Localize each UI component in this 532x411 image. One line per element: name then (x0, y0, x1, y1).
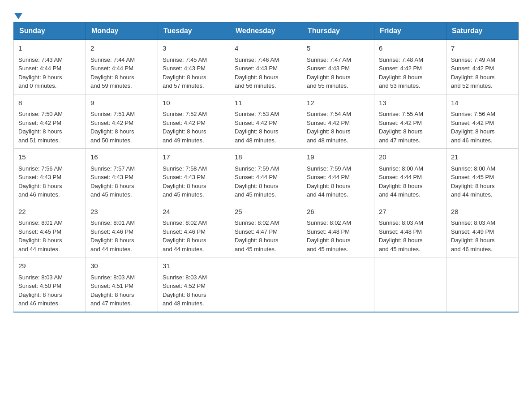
day-number: 17 (163, 152, 225, 163)
day-number: 20 (379, 152, 442, 163)
day-number: 8 (18, 98, 81, 108)
day-info: Sunrise: 8:03 AM Sunset: 4:52 PM Dayligh… (163, 273, 225, 308)
day-info: Sunrise: 8:03 AM Sunset: 4:50 PM Dayligh… (18, 273, 81, 308)
day-number: 1 (18, 43, 81, 54)
weekday-header-row: SundayMondayTuesdayWednesdayThursdayFrid… (14, 22, 519, 40)
day-cell: 25 Sunrise: 8:02 AM Sunset: 4:47 PM Dayl… (230, 203, 302, 257)
day-info: Sunrise: 7:59 AM Sunset: 4:44 PM Dayligh… (307, 164, 369, 199)
day-number: 22 (18, 207, 81, 217)
day-cell: 6 Sunrise: 7:48 AM Sunset: 4:42 PM Dayli… (374, 40, 446, 94)
day-cell: 5 Sunrise: 7:47 AM Sunset: 4:43 PM Dayli… (302, 40, 374, 94)
day-number: 21 (451, 152, 514, 163)
day-cell: 21 Sunrise: 8:00 AM Sunset: 4:45 PM Dayl… (446, 149, 519, 203)
day-cell: 10 Sunrise: 7:52 AM Sunset: 4:42 PM Dayl… (158, 94, 230, 149)
day-info: Sunrise: 7:56 AM Sunset: 4:42 PM Dayligh… (451, 110, 514, 145)
day-cell: 31 Sunrise: 8:03 AM Sunset: 4:52 PM Dayl… (158, 257, 230, 312)
day-number: 28 (451, 207, 514, 217)
day-cell: 8 Sunrise: 7:50 AM Sunset: 4:42 PM Dayli… (14, 94, 86, 149)
day-cell: 4 Sunrise: 7:46 AM Sunset: 4:43 PM Dayli… (230, 40, 302, 94)
weekday-header-saturday: Saturday (446, 22, 519, 40)
day-info: Sunrise: 7:55 AM Sunset: 4:42 PM Dayligh… (379, 110, 442, 145)
day-cell (302, 257, 374, 312)
day-cell: 29 Sunrise: 8:03 AM Sunset: 4:50 PM Dayl… (14, 257, 86, 312)
logo-arrow-icon (14, 13, 22, 19)
day-cell: 20 Sunrise: 8:00 AM Sunset: 4:44 PM Dayl… (374, 149, 446, 203)
day-info: Sunrise: 7:46 AM Sunset: 4:43 PM Dayligh… (235, 56, 297, 90)
day-number: 30 (90, 261, 153, 271)
day-cell: 28 Sunrise: 8:03 AM Sunset: 4:49 PM Dayl… (446, 203, 519, 257)
day-info: Sunrise: 7:48 AM Sunset: 4:42 PM Dayligh… (379, 56, 442, 90)
day-number: 24 (163, 207, 225, 217)
day-info: Sunrise: 8:01 AM Sunset: 4:46 PM Dayligh… (90, 218, 153, 253)
day-info: Sunrise: 7:57 AM Sunset: 4:43 PM Dayligh… (90, 164, 153, 199)
day-cell: 22 Sunrise: 8:01 AM Sunset: 4:45 PM Dayl… (14, 203, 86, 257)
week-row-2: 8 Sunrise: 7:50 AM Sunset: 4:42 PM Dayli… (14, 94, 519, 149)
day-cell (374, 257, 446, 312)
week-row-3: 15 Sunrise: 7:56 AM Sunset: 4:43 PM Dayl… (14, 149, 519, 203)
day-info: Sunrise: 7:59 AM Sunset: 4:44 PM Dayligh… (235, 164, 297, 199)
day-number: 16 (90, 152, 153, 163)
day-info: Sunrise: 7:44 AM Sunset: 4:44 PM Dayligh… (90, 56, 153, 90)
day-cell: 14 Sunrise: 7:56 AM Sunset: 4:42 PM Dayl… (446, 94, 519, 149)
logo-general-text (13, 11, 22, 19)
day-info: Sunrise: 7:50 AM Sunset: 4:42 PM Dayligh… (18, 110, 81, 145)
day-number: 31 (163, 261, 225, 271)
day-info: Sunrise: 7:53 AM Sunset: 4:42 PM Dayligh… (235, 110, 297, 145)
day-cell (230, 257, 302, 312)
day-cell: 7 Sunrise: 7:49 AM Sunset: 4:42 PM Dayli… (446, 40, 519, 94)
day-cell: 12 Sunrise: 7:54 AM Sunset: 4:42 PM Dayl… (302, 94, 374, 149)
logo (13, 9, 22, 17)
day-number: 9 (90, 98, 153, 108)
day-number: 18 (235, 152, 297, 163)
day-info: Sunrise: 7:56 AM Sunset: 4:43 PM Dayligh… (18, 164, 81, 199)
day-info: Sunrise: 7:54 AM Sunset: 4:42 PM Dayligh… (307, 110, 369, 145)
day-cell: 1 Sunrise: 7:43 AM Sunset: 4:44 PM Dayli… (14, 40, 86, 94)
day-info: Sunrise: 8:01 AM Sunset: 4:45 PM Dayligh… (18, 218, 81, 253)
day-info: Sunrise: 8:00 AM Sunset: 4:45 PM Dayligh… (451, 164, 514, 199)
weekday-header-friday: Friday (374, 22, 446, 40)
day-info: Sunrise: 8:02 AM Sunset: 4:48 PM Dayligh… (307, 218, 369, 253)
day-info: Sunrise: 7:58 AM Sunset: 4:43 PM Dayligh… (163, 164, 225, 199)
day-number: 14 (451, 98, 514, 108)
day-info: Sunrise: 7:43 AM Sunset: 4:44 PM Dayligh… (18, 56, 81, 90)
day-number: 15 (18, 152, 81, 163)
page-header (13, 9, 519, 17)
day-number: 25 (235, 207, 297, 217)
day-cell: 26 Sunrise: 8:02 AM Sunset: 4:48 PM Dayl… (302, 203, 374, 257)
day-number: 3 (163, 43, 225, 54)
day-info: Sunrise: 8:02 AM Sunset: 4:47 PM Dayligh… (235, 218, 297, 253)
day-cell: 3 Sunrise: 7:45 AM Sunset: 4:43 PM Dayli… (158, 40, 230, 94)
day-cell: 11 Sunrise: 7:53 AM Sunset: 4:42 PM Dayl… (230, 94, 302, 149)
day-info: Sunrise: 8:03 AM Sunset: 4:51 PM Dayligh… (90, 273, 153, 308)
day-cell: 18 Sunrise: 7:59 AM Sunset: 4:44 PM Dayl… (230, 149, 302, 203)
day-number: 26 (307, 207, 369, 217)
day-info: Sunrise: 8:00 AM Sunset: 4:44 PM Dayligh… (379, 164, 442, 199)
day-cell (446, 257, 519, 312)
weekday-header-tuesday: Tuesday (158, 22, 230, 40)
day-info: Sunrise: 8:02 AM Sunset: 4:46 PM Dayligh… (163, 218, 225, 253)
day-number: 7 (451, 43, 514, 54)
day-number: 10 (163, 98, 225, 108)
day-cell: 2 Sunrise: 7:44 AM Sunset: 4:44 PM Dayli… (86, 40, 158, 94)
day-cell: 9 Sunrise: 7:51 AM Sunset: 4:42 PM Dayli… (86, 94, 158, 149)
week-row-4: 22 Sunrise: 8:01 AM Sunset: 4:45 PM Dayl… (14, 203, 519, 257)
weekday-header-sunday: Sunday (14, 22, 86, 40)
day-cell: 27 Sunrise: 8:03 AM Sunset: 4:48 PM Dayl… (374, 203, 446, 257)
week-row-1: 1 Sunrise: 7:43 AM Sunset: 4:44 PM Dayli… (14, 40, 519, 94)
day-cell: 13 Sunrise: 7:55 AM Sunset: 4:42 PM Dayl… (374, 94, 446, 149)
day-cell: 17 Sunrise: 7:58 AM Sunset: 4:43 PM Dayl… (158, 149, 230, 203)
day-info: Sunrise: 7:51 AM Sunset: 4:42 PM Dayligh… (90, 110, 153, 145)
day-info: Sunrise: 7:45 AM Sunset: 4:43 PM Dayligh… (163, 56, 225, 90)
weekday-header-wednesday: Wednesday (230, 22, 302, 40)
day-number: 29 (18, 261, 81, 271)
day-number: 11 (235, 98, 297, 108)
day-number: 2 (90, 43, 153, 54)
day-number: 27 (379, 207, 442, 217)
day-info: Sunrise: 7:52 AM Sunset: 4:42 PM Dayligh… (163, 110, 225, 145)
weekday-header-thursday: Thursday (302, 22, 374, 40)
day-cell: 16 Sunrise: 7:57 AM Sunset: 4:43 PM Dayl… (86, 149, 158, 203)
day-info: Sunrise: 7:49 AM Sunset: 4:42 PM Dayligh… (451, 56, 514, 90)
day-info: Sunrise: 7:47 AM Sunset: 4:43 PM Dayligh… (307, 56, 369, 90)
day-number: 19 (307, 152, 369, 163)
day-number: 23 (90, 207, 153, 217)
